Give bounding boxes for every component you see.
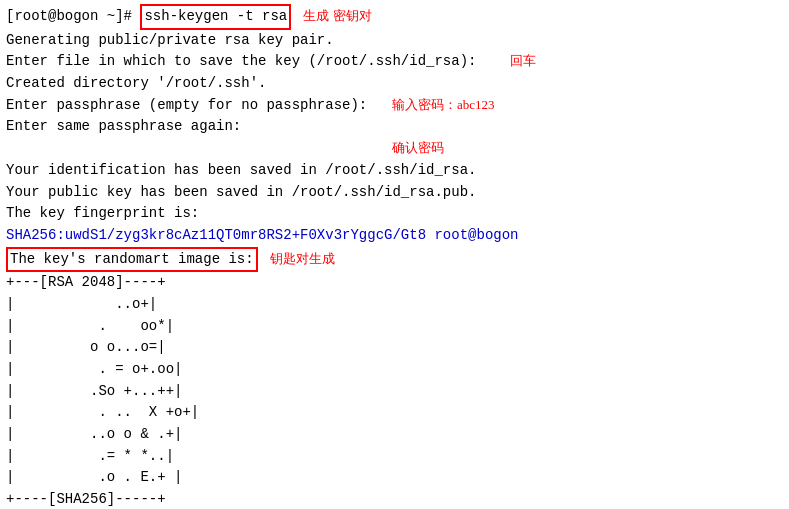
line-created-dir: Created directory '/root/.ssh'.: [6, 73, 783, 95]
command-line: [root@bogon ~]# ssh-keygen -t rsa生成 密钥对: [6, 4, 783, 30]
line-sha256: SHA256:uwdS1/zyg3kr8cAz11QT0mr8RS2+F0Xv3…: [6, 225, 783, 247]
spacer: [6, 138, 384, 160]
line-art-3: | o o...o=|: [6, 337, 783, 359]
terminal: [root@bogon ~]# ssh-keygen -t rsa生成 密钥对 …: [0, 0, 789, 509]
line-art-5: | .So +...++|: [6, 381, 783, 403]
randomart-annotation: 钥匙对生成: [270, 249, 335, 269]
command-highlight: ssh-keygen -t rsa: [140, 4, 291, 30]
line-art-1: | ..o+|: [6, 294, 783, 316]
line-art-9: | .o . E.+ |: [6, 467, 783, 489]
line-art-2: | . oo*|: [6, 316, 783, 338]
randomart-box: The key's randomart image is:: [6, 247, 258, 273]
line-enter-file: Enter file in which to save the key (/ro…: [6, 51, 783, 73]
cmd-annotation: 生成 密钥对: [303, 6, 371, 26]
line-art-8: | .= * *..|: [6, 446, 783, 468]
line-confirm-annotation: 确认密码: [6, 138, 783, 160]
line-pubkey: Your public key has been saved in /root/…: [6, 182, 783, 204]
line-art-top: +---[RSA 2048]----+: [6, 272, 783, 294]
line-text: Enter file in which to save the key (/ro…: [6, 51, 502, 73]
prompt: [root@bogon ~]#: [6, 6, 140, 28]
passphrase-annotation: 输入密码：abc123: [392, 95, 495, 115]
line-art-bottom: +----[SHA256]-----+: [6, 489, 783, 509]
line-passphrase: Enter passphrase (empty for no passphras…: [6, 95, 783, 117]
passphrase-again-text: Enter same passphrase again:: [6, 116, 241, 138]
line-generating: Generating public/private rsa key pair.: [6, 30, 783, 52]
line-passphrase-again: Enter same passphrase again:: [6, 116, 783, 138]
line-randomart-label: The key's randomart image is:钥匙对生成: [6, 247, 783, 273]
line-art-4: | . = o+.oo|: [6, 359, 783, 381]
line-art-7: | ..o o & .+|: [6, 424, 783, 446]
line-identification: Your identification has been saved in /r…: [6, 160, 783, 182]
confirm-annotation: 确认密码: [392, 138, 444, 158]
line-art-6: | . .. X +o+|: [6, 402, 783, 424]
enter-annotation: 回车: [510, 51, 536, 71]
passphrase-text: Enter passphrase (empty for no passphras…: [6, 95, 384, 117]
line-fingerprint-label: The key fingerprint is:: [6, 203, 783, 225]
